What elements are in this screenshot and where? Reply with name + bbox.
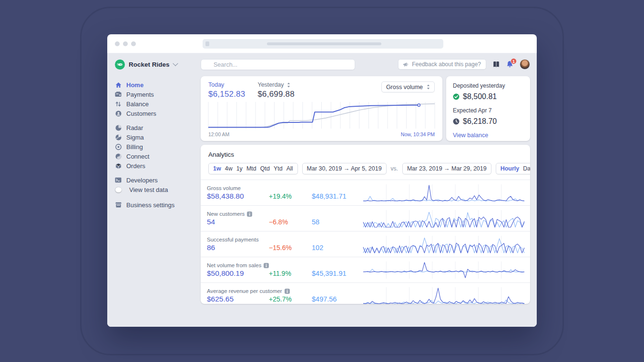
- expected-row: $6,218.70: [453, 117, 523, 126]
- metric-compare-value: 102: [312, 244, 323, 251]
- info-icon[interactable]: [264, 263, 269, 268]
- topbar-actions: Feedback about this page?: [398, 59, 530, 70]
- range-option-1w[interactable]: 1w: [213, 165, 221, 172]
- feedback-button[interactable]: Feedback about this page?: [398, 59, 486, 70]
- metric-label: Successful payments: [207, 237, 259, 242]
- sidebar: Rocket Rides HomePaymentsBalanceCustomer…: [107, 53, 201, 327]
- deposited-value: $8,500.81: [463, 92, 497, 101]
- orders-icon: [115, 163, 122, 169]
- window-control-dot[interactable]: [131, 41, 136, 46]
- date-range-button[interactable]: Mar 30, 2019 → Apr 5, 2019: [302, 163, 387, 174]
- yesterday-value: $6,699.88: [257, 90, 294, 99]
- overview-chart: [208, 102, 435, 131]
- metric-value: $625.65: [207, 295, 269, 303]
- overview-section: Today $6,152.83 Yesterday: [201, 76, 530, 141]
- view-balance-link[interactable]: View balance: [453, 132, 523, 139]
- metric-info: Successful payments 86 −15.6% 102: [207, 237, 363, 252]
- analytics-card: Analytics 1w4w1yMtdQtdYtdAll Mar 30, 201…: [201, 145, 530, 304]
- range-option-4w[interactable]: 4w: [225, 165, 233, 172]
- yesterday-column: Yesterday $6,699.88: [257, 81, 294, 99]
- sidebar-item-orders[interactable]: Orders: [115, 161, 201, 171]
- browser-address-bar[interactable]: [203, 39, 443, 49]
- test-data-toggle[interactable]: [115, 187, 122, 193]
- search-input[interactable]: [201, 59, 355, 70]
- rocket-rides-logo-icon: [115, 60, 125, 70]
- metric-row[interactable]: New customers 54 −6.8% 58: [201, 205, 530, 231]
- range-segmented-control[interactable]: 1w4w1yMtdQtdYtdAll: [208, 163, 298, 174]
- docs-button[interactable]: [492, 61, 500, 68]
- window-control-dot[interactable]: [123, 41, 128, 46]
- metric-value: $58,438.80: [207, 192, 269, 201]
- sidebar-item-business-settings[interactable]: Business settings: [115, 200, 201, 210]
- user-avatar[interactable]: [520, 59, 530, 70]
- sigma-icon: [115, 134, 122, 141]
- analytics-filters: 1w4w1yMtdQtdYtdAll Mar 30, 2019 → Apr 5,…: [201, 158, 530, 180]
- chevron-down-icon: [173, 60, 178, 66]
- chart-header: Today $6,152.83 Yesterday: [208, 81, 435, 99]
- vs-label: vs.: [391, 165, 398, 172]
- sidebar-item-home[interactable]: Home: [115, 80, 201, 90]
- address-text-placeholder: [267, 42, 381, 45]
- metric-row[interactable]: Gross volume $58,438.80 +19.4% $48,931.7…: [201, 180, 530, 205]
- granularity-option-daily[interactable]: Daily: [523, 165, 530, 172]
- settings-icon: [115, 202, 122, 208]
- sidebar-item-label: Radar: [126, 124, 143, 131]
- info-icon[interactable]: [285, 289, 290, 294]
- balance-icon: [115, 101, 122, 107]
- range-option-ytd[interactable]: Ytd: [274, 165, 283, 172]
- sidebar-item-customers[interactable]: Customers: [115, 109, 201, 118]
- range-option-all[interactable]: All: [286, 165, 293, 172]
- sidebar-item-balance[interactable]: Balance: [115, 99, 201, 109]
- sidebar-item-label: Customers: [126, 110, 156, 117]
- metric-select[interactable]: Gross volume: [381, 81, 435, 92]
- window-control-dot[interactable]: [115, 41, 120, 46]
- sidebar-item-radar[interactable]: Radar: [115, 123, 201, 132]
- granularity-toggle[interactable]: HourlyDaily: [496, 163, 530, 174]
- metric-info: Net volume from sales $50,800.19 +11.9% …: [207, 262, 363, 278]
- compare-range-button[interactable]: Mar 23, 2019 → Mar 29, 2019: [402, 163, 491, 174]
- metric-change: −15.6%: [269, 244, 312, 251]
- metric-label: Net volume from sales: [207, 262, 261, 268]
- sidebar-item-developers[interactable]: Developers: [115, 175, 201, 185]
- metric-value: 54: [207, 218, 269, 226]
- metric-row[interactable]: Average revenue per customer $625.65 +25…: [201, 282, 530, 304]
- radar-icon: [115, 125, 122, 131]
- range-option-1y[interactable]: 1y: [236, 165, 243, 172]
- metric-sparkline: [363, 286, 524, 304]
- sidebar-item-connect[interactable]: Connect: [115, 151, 201, 161]
- customers-icon: [115, 111, 122, 117]
- metric-value: 86: [207, 243, 269, 252]
- metric-row[interactable]: Successful payments 86 −15.6% 102: [201, 231, 530, 257]
- sidebar-item-sigma[interactable]: Sigma: [115, 132, 201, 142]
- range-option-qtd[interactable]: Qtd: [260, 165, 270, 172]
- account-switcher[interactable]: Rocket Rides: [115, 60, 201, 70]
- sidebar-item-billing[interactable]: Billing: [115, 142, 201, 151]
- metric-label: New customers: [207, 211, 245, 217]
- metric-change: +19.4%: [269, 192, 312, 200]
- clock-icon: [453, 118, 460, 125]
- granularity-option-hourly[interactable]: Hourly: [501, 165, 520, 172]
- notifications-button[interactable]: 1: [506, 60, 513, 68]
- check-circle-icon: [453, 93, 460, 100]
- deposited-title: Deposited yesterday: [453, 82, 523, 89]
- today-column: Today $6,152.83: [208, 81, 245, 99]
- metric-sparkline: [363, 261, 524, 280]
- metric-sparkline: [363, 235, 524, 254]
- sidebar-item-payments[interactable]: Payments: [115, 90, 201, 99]
- sidebar-item-label: Home: [126, 81, 143, 89]
- metric-label: Average revenue per customer: [207, 288, 282, 294]
- metric-compare-value: $48,931.71: [312, 192, 347, 200]
- megaphone-icon: [403, 62, 409, 67]
- sidebar-item-label: Developers: [126, 177, 158, 184]
- metric-row[interactable]: Net volume from sales $50,800.19 +11.9% …: [201, 257, 530, 282]
- range-option-mtd[interactable]: Mtd: [246, 165, 256, 172]
- notification-badge: 1: [511, 58, 517, 64]
- sidebar-item-view-test-data[interactable]: View test data: [115, 185, 201, 194]
- metric-compare-value: $497.56: [312, 295, 337, 303]
- window-controls[interactable]: [115, 41, 136, 46]
- metric-sparkline: [363, 209, 524, 228]
- x-axis-now-label: Now, 10:34 PM: [401, 131, 435, 137]
- info-icon[interactable]: [247, 211, 252, 217]
- metric-rows: Gross volume $58,438.80 +19.4% $48,931.7…: [201, 180, 530, 304]
- comparison-selector[interactable]: Yesterday: [257, 81, 294, 88]
